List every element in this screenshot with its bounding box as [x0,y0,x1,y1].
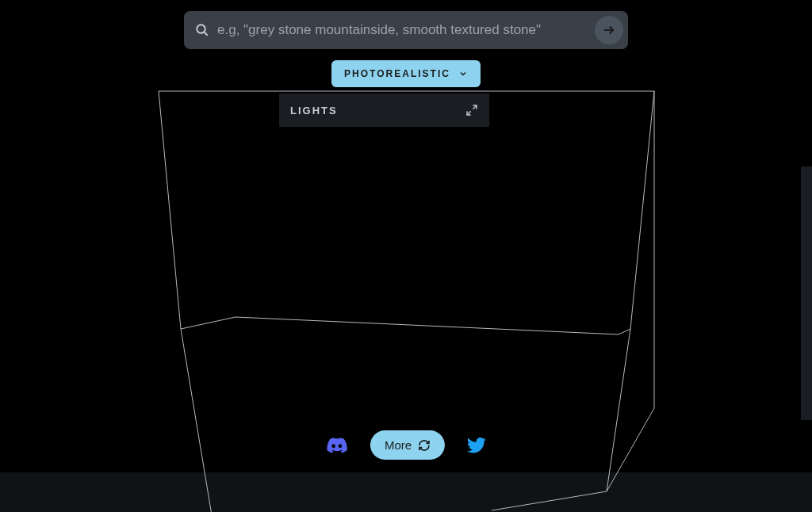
lights-panel[interactable]: LIGHTS [279,94,489,127]
chevron-down-icon [458,69,468,78]
style-dropdown-label: PHOTOREALISTIC [344,68,450,79]
svg-line-4 [181,317,236,329]
svg-line-5 [236,317,619,334]
svg-line-14 [473,105,477,109]
more-button-label: More [385,438,412,452]
search-input[interactable] [217,11,587,49]
svg-line-2 [159,91,181,329]
svg-line-12 [204,32,208,36]
style-dropdown[interactable]: PHOTOREALISTIC [331,60,481,87]
svg-line-3 [630,91,654,329]
expand-icon[interactable] [465,104,478,117]
twitter-icon[interactable] [467,437,486,453]
svg-point-11 [197,25,205,33]
submit-button[interactable] [595,16,623,44]
refresh-icon [418,439,431,452]
search-icon [195,23,209,37]
svg-line-8 [607,329,630,491]
svg-line-15 [467,111,471,115]
more-button[interactable]: More [370,430,445,460]
bottom-actions: More [326,430,486,460]
bottom-strip [0,472,812,512]
arrow-right-icon [602,23,616,37]
svg-line-6 [619,329,630,334]
top-bar: PHOTOREALISTIC [184,11,628,87]
discord-icon[interactable] [326,437,348,453]
right-edge-panel [801,166,812,420]
lights-label: LIGHTS [290,105,338,117]
search-bar [184,11,628,49]
